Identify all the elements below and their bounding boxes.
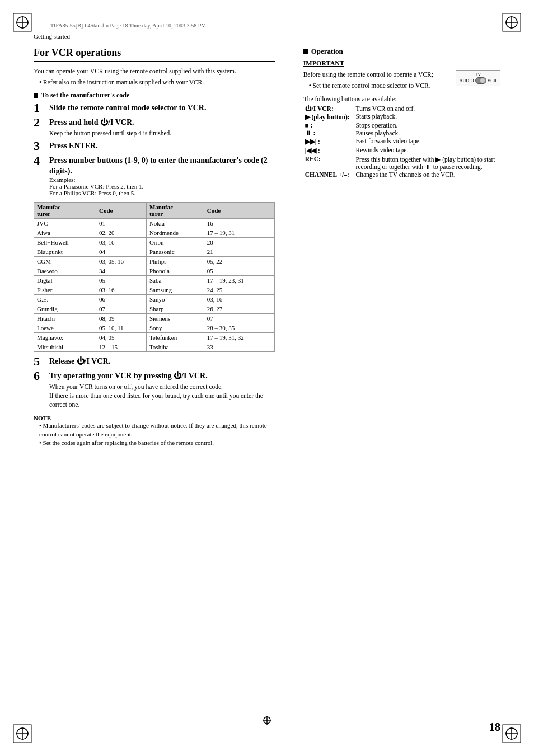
step-4-content: Press number buttons (1-9, 0) to enter t… <box>49 156 275 198</box>
table-cell: JVC <box>34 218 96 228</box>
op-button-desc: Fast forwards video tape. <box>354 137 500 146</box>
table-cell: 05 <box>204 266 274 275</box>
step-6: 6 Try operating your VCR by pressing ⏻/I… <box>34 371 275 409</box>
table-row: Digtal05Saba17 – 19, 23, 31 <box>34 275 275 285</box>
important-bullet: Set the remote control mode selector to … <box>309 81 452 90</box>
intro-text-1: You can operate your VCR using the remot… <box>34 67 275 76</box>
table-cell: 05, 10, 11 <box>96 323 147 332</box>
table-cell: 03, 16 <box>204 294 274 304</box>
table-cell: Blaupunkt <box>34 247 96 256</box>
right-column: Operation IMPORTANT Before using the rem… <box>292 47 500 447</box>
table-row: JVC01Nokia16 <box>34 218 275 228</box>
table-cell: Digtal <box>34 275 96 285</box>
op-button-desc: Press this button together with ▶ (play … <box>354 155 500 171</box>
table-row: Blaupunkt04Panasonic21 <box>34 247 275 256</box>
table-cell: Bell+Howell <box>34 237 96 247</box>
table-cell: Orion <box>146 237 204 247</box>
op-table-row: |◀◀ :Rewinds video tape. <box>303 146 500 155</box>
example-1: For a Panasonic VCR: Press 2, then 1. <box>49 183 143 190</box>
table-cell: 05, 22 <box>204 256 274 266</box>
table-cell: 28 – 30, 35 <box>204 323 274 332</box>
table-cell: 08, 09 <box>96 313 147 323</box>
op-button-label: REC: <box>303 155 354 171</box>
table-row: G.E.06Sanyo03, 16 <box>34 294 275 304</box>
step-2: 2 Press and hold ⏻/I VCR. Keep the butto… <box>34 118 275 138</box>
table-row: Hitachi08, 09Siemens07 <box>34 313 275 323</box>
op-table-row: ⏻/I VCR:Turns VCR on and off. <box>303 105 500 112</box>
meta-line: TIFA85-55[B]-04Start.fm Page 18 Thursday… <box>50 22 500 29</box>
table-cell: Philips <box>146 256 204 266</box>
step-5-number: 5 <box>34 355 49 368</box>
table-cell: Sanyo <box>146 294 204 304</box>
left-column: For VCR operations You can operate your … <box>34 47 275 447</box>
op-button-label: ⏻/I VCR: <box>303 105 354 112</box>
table-row: Mitsubishi12 – 15Toshiba33 <box>34 342 275 351</box>
bottom-center-mark <box>261 715 273 728</box>
table-row: Loewe05, 10, 11Sony28 – 30, 35 <box>34 323 275 332</box>
table-cell: 07 <box>204 313 274 323</box>
table-cell: Phonola <box>146 266 204 275</box>
table-cell: 07 <box>96 304 147 313</box>
note-section: NOTE Manufacturers' codes are subject to… <box>34 415 275 447</box>
table-cell: G.E. <box>34 294 96 304</box>
table-cell: Saba <box>146 275 204 285</box>
operation-heading: Operation <box>303 47 500 56</box>
op-button-desc: Changes the TV channels on the VCR. <box>354 171 500 179</box>
step-1-content: Slide the remote control mode selector t… <box>49 103 275 113</box>
step-2-content: Press and hold ⏻/I VCR. Keep the button … <box>49 118 275 138</box>
op-table-row: CHANNEL +/–:Changes the TV channels on t… <box>303 171 500 179</box>
bottom-rule <box>34 711 500 711</box>
op-button-label: CHANNEL +/–: <box>303 171 354 179</box>
table-cell: 06 <box>96 294 147 304</box>
operation-square-bullet <box>303 49 308 54</box>
table-cell: 01 <box>96 218 147 228</box>
table-cell: 24, 25 <box>204 285 274 294</box>
step-5-title: Release ⏻/I VCR. <box>49 356 275 367</box>
following-text: The following buttons are available: <box>303 96 500 102</box>
table-cell: 03, 16 <box>96 285 147 294</box>
example-2: For a Philips VCR: Press 0, then 5. <box>49 190 135 196</box>
step-6-sub: When your VCR turns on or off, you have … <box>49 382 275 409</box>
table-cell: 33 <box>204 342 274 351</box>
table-cell: Mitsubishi <box>34 342 96 351</box>
table-row: Bell+Howell03, 16Orion20 <box>34 237 275 247</box>
op-table-row: ■ :Stops operation. <box>303 121 500 129</box>
table-cell: Sony <box>146 323 204 332</box>
page: TIFA85-55[B]-04Start.fm Page 18 Thursday… <box>0 0 534 756</box>
table-row: Aiwa02, 20Nordmende17 – 19, 31 <box>34 228 275 237</box>
table-cell: Aiwa <box>34 228 96 237</box>
table-cell: Grundig <box>34 304 96 313</box>
step-1-number: 1 <box>34 102 49 114</box>
square-bullet-icon <box>34 93 38 98</box>
table-cell: Nordmende <box>146 228 204 237</box>
table-cell: Telefunken <box>146 332 204 342</box>
table-row: Grundig07Sharp26, 27 <box>34 304 275 313</box>
step-4-title: Press number buttons (1-9, 0) to enter t… <box>49 156 275 176</box>
vcr-label: VCR <box>488 78 496 83</box>
step-6-title: Try operating your VCR by pressing ⏻/I V… <box>49 371 275 381</box>
step-5-content: Release ⏻/I VCR. <box>49 356 275 367</box>
table-cell: Samsung <box>146 285 204 294</box>
table-row: Magnavox04, 05Telefunken17 – 19, 31, 32 <box>34 332 275 342</box>
tv-label: TV <box>460 72 496 77</box>
note-heading: NOTE <box>34 415 275 421</box>
operation-table: ⏻/I VCR:Turns VCR on and off.▶ (play but… <box>303 105 500 179</box>
table-cell: 34 <box>96 266 147 275</box>
corner-mark-tr <box>500 11 523 34</box>
table-cell: 02, 20 <box>96 228 147 237</box>
table-cell: Hitachi <box>34 313 96 323</box>
op-button-label: |◀◀ : <box>303 146 354 155</box>
table-cell: Sharp <box>146 304 204 313</box>
op-table-row: REC:Press this button together with ▶ (p… <box>303 155 500 171</box>
section-heading: Getting started <box>34 33 500 41</box>
table-row: CGM03, 05, 16Philips05, 22 <box>34 256 275 266</box>
table-cell: Loewe <box>34 323 96 332</box>
table-cell: Daewoo <box>34 266 96 275</box>
table-cell: 16 <box>204 218 274 228</box>
table-row: Daewoo34Phonola05 <box>34 266 275 275</box>
important-text: Before using the remote control to opera… <box>303 70 452 79</box>
op-button-label: ⏸ : <box>303 129 354 137</box>
step-4-number: 4 <box>34 154 49 167</box>
note-item-2: Set the codes again after replacing the … <box>39 439 275 447</box>
table-cell: 05 <box>96 275 147 285</box>
